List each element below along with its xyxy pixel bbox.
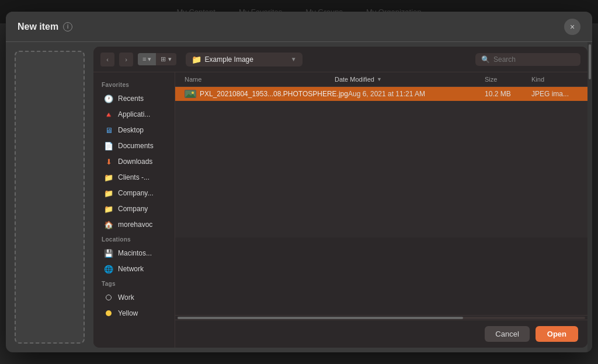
file-kind: JPEG ima... — [531, 90, 578, 98]
sidebar-yellow-label: Yellow — [118, 309, 138, 317]
file-thumbnail — [185, 90, 196, 98]
recents-icon: 🕐 — [104, 94, 113, 103]
cancel-button[interactable]: Cancel — [485, 326, 529, 342]
company1-icon: 📁 — [104, 188, 113, 198]
forward-button[interactable]: › — [119, 52, 133, 66]
dialog-scrollbar[interactable] — [587, 42, 592, 352]
dialog-left-area — [15, 51, 85, 344]
search-input[interactable] — [493, 55, 575, 64]
sidebar-macintosh-label: Macintos... — [118, 249, 152, 257]
sidebar-morehavoc-label: morehavoc — [118, 220, 152, 229]
sidebar-item-clients[interactable]: 📁 Clients -... — [96, 170, 172, 185]
file-row-empty-6 — [175, 177, 587, 192]
yellow-tag-icon — [104, 309, 113, 318]
picker-main: Favorites 🕐 Recents 🔺 Applicati... 🖥 Des… — [93, 72, 587, 348]
dialog-info-icon[interactable]: i — [63, 22, 72, 32]
dialog-header: New item i × — [6, 12, 592, 42]
sidebar-recents-label: Recents — [118, 94, 144, 103]
sidebar-item-applications[interactable]: 🔺 Applicati... — [96, 107, 172, 122]
dialog-title: New item i — [18, 22, 72, 32]
sidebar-clients-label: Clients -... — [118, 173, 150, 181]
scrollbar-track — [178, 317, 585, 319]
col-name-header[interactable]: Name — [185, 76, 335, 83]
documents-icon: 📄 — [104, 141, 113, 150]
file-row-empty-2 — [175, 116, 587, 131]
dialog-body: ‹ › ≡ ▾ ⊞ ▾ 📁 Example Image ▼ 🔍 — [6, 42, 592, 352]
file-list: Name Date Modified ▼ Size Kind — [175, 72, 587, 348]
view-toggle: ≡ ▾ ⊞ ▾ — [138, 53, 176, 65]
macintosh-icon: 💾 — [104, 249, 113, 258]
grid-view-button[interactable]: ⊞ ▾ — [156, 53, 176, 65]
back-button[interactable]: ‹ — [100, 52, 114, 66]
downloads-icon: ⬇ — [104, 157, 113, 166]
sidebar-work-label: Work — [118, 293, 134, 302]
work-tag-icon — [104, 293, 113, 302]
horizontal-scrollbar[interactable] — [175, 315, 587, 320]
sidebar-item-yellow[interactable]: Yellow — [96, 306, 172, 321]
sidebar-item-downloads[interactable]: ⬇ Downloads — [96, 154, 172, 169]
sort-arrow: ▼ — [377, 76, 382, 82]
folder-pill-name: Example Image — [205, 55, 287, 64]
file-row-empty-1 — [175, 101, 587, 116]
sidebar-item-recents[interactable]: 🕐 Recents — [96, 91, 172, 106]
col-kind-header[interactable]: Kind — [531, 76, 578, 83]
sidebar-company2-label: Company — [118, 205, 148, 213]
tags-section-label: Tags — [93, 277, 175, 289]
file-row-empty-5 — [175, 162, 587, 177]
desktop-icon: 🖥 — [104, 125, 113, 135]
sidebar-item-desktop[interactable]: 🖥 Desktop — [96, 123, 172, 138]
file-name: PXL_20210804_1953...08.PHOTOSPHERE.jpg — [200, 90, 348, 98]
locations-section-label: Locations — [93, 233, 175, 245]
file-rows: PXL_20210804_1953...08.PHOTOSPHERE.jpg A… — [175, 87, 587, 315]
sidebar-item-network[interactable]: 🌐 Network — [96, 261, 172, 276]
sidebar-desktop-label: Desktop — [118, 126, 144, 134]
search-icon: 🔍 — [481, 55, 490, 64]
list-view-button[interactable]: ≡ ▾ — [138, 53, 156, 65]
file-size: 10.2 MB — [485, 90, 531, 98]
file-open-dialog: New item i × ‹ › ≡ ▾ ⊞ ▾ 📁 Example Image… — [6, 12, 592, 352]
col-size-header[interactable]: Size — [485, 76, 531, 83]
sidebar-network-label: Network — [118, 265, 144, 273]
open-button[interactable]: Open — [536, 326, 578, 342]
favorites-section-label: Favorites — [93, 78, 175, 90]
file-row-empty-7 — [175, 192, 587, 207]
file-row-empty-9 — [175, 222, 587, 237]
sidebar-downloads-label: Downloads — [118, 158, 152, 166]
file-row[interactable]: PXL_20210804_1953...08.PHOTOSPHERE.jpg A… — [175, 87, 587, 101]
sidebar: Favorites 🕐 Recents 🔺 Applicati... 🖥 Des… — [93, 72, 175, 348]
search-box[interactable]: 🔍 — [475, 53, 580, 66]
sidebar-item-company1[interactable]: 📁 Company... — [96, 186, 172, 201]
file-date: Aug 6, 2021 at 11:21 AM — [348, 90, 485, 98]
scrollbar-thumb — [178, 317, 463, 319]
network-icon: 🌐 — [104, 264, 113, 274]
file-row-empty-4 — [175, 146, 587, 162]
picker-footer: Cancel Open — [175, 320, 587, 348]
company2-icon: 📁 — [104, 204, 113, 214]
folder-pill-icon: 📁 — [192, 55, 201, 64]
sidebar-applications-label: Applicati... — [118, 110, 150, 118]
file-row-empty-8 — [175, 207, 587, 222]
file-picker: ‹ › ≡ ▾ ⊞ ▾ 📁 Example Image ▼ 🔍 — [93, 47, 587, 348]
sidebar-documents-label: Documents — [118, 142, 154, 150]
picker-toolbar: ‹ › ≡ ▾ ⊞ ▾ 📁 Example Image ▼ 🔍 — [93, 47, 587, 72]
file-row-empty-3 — [175, 131, 587, 146]
svg-point-1 — [192, 92, 194, 94]
folder-pill[interactable]: 📁 Example Image ▼ — [186, 52, 303, 66]
sidebar-item-macintosh[interactable]: 💾 Macintos... — [96, 246, 172, 261]
sidebar-item-work[interactable]: Work — [96, 290, 172, 305]
clients-icon: 📁 — [104, 173, 113, 182]
col-date-header[interactable]: Date Modified ▼ — [335, 76, 485, 83]
folder-dropdown-arrow: ▼ — [291, 56, 297, 62]
morehavoc-icon: 🏠 — [104, 220, 113, 229]
sidebar-item-morehavoc[interactable]: 🏠 morehavoc — [96, 217, 172, 232]
dialog-scroll-thumb — [589, 44, 591, 79]
file-list-header: Name Date Modified ▼ Size Kind — [175, 72, 587, 87]
sidebar-company1-label: Company... — [118, 189, 153, 197]
dialog-close-button[interactable]: × — [564, 19, 580, 35]
sidebar-item-documents[interactable]: 📄 Documents — [96, 138, 172, 153]
sidebar-item-company2[interactable]: 📁 Company — [96, 201, 172, 216]
applications-icon: 🔺 — [104, 110, 113, 119]
